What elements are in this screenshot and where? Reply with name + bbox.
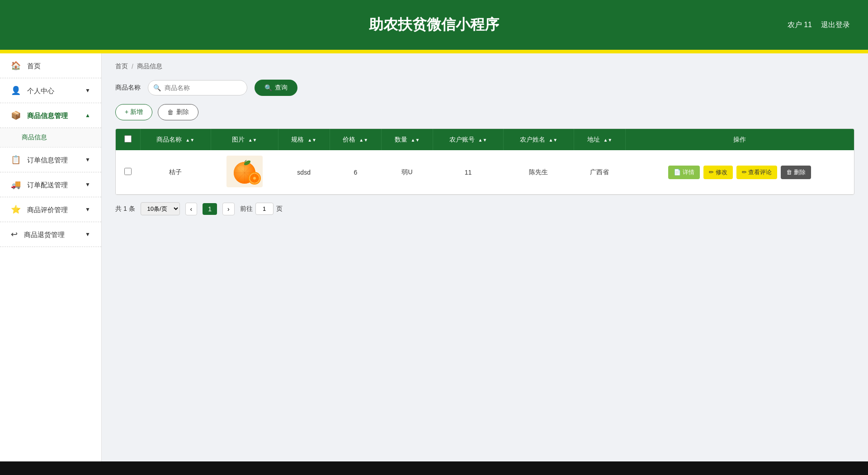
sidebar-item-home[interactable]: 🏠 首页: [0, 53, 101, 78]
add-button-label: + 新增: [125, 108, 143, 116]
col-quantity: 数量 ▲▼: [381, 129, 433, 150]
row-image-cell: [211, 150, 278, 195]
row-checkbox-cell[interactable]: [116, 150, 140, 195]
sort-icon-image[interactable]: ▲▼: [248, 138, 257, 142]
svg-point-7: [237, 166, 245, 171]
goto-wrap: 前往 页: [240, 203, 283, 215]
sidebar: 🏠 首页 👤 个人中心 ▼ 📦 商品信息管理 ▲ 商品信息: [0, 53, 102, 461]
goto-label: 前往: [240, 205, 253, 213]
breadcrumb-current: 商品信息: [137, 62, 162, 71]
col-price-label: 价格: [343, 136, 355, 143]
batch-delete-label: 删除: [176, 108, 189, 116]
sidebar-product-mgmt-label: 商品信息管理: [27, 112, 68, 119]
row-checkbox[interactable]: [124, 168, 132, 175]
chevron-down-icon-3: ▼: [85, 181, 90, 188]
row-price: 6: [330, 150, 381, 195]
header-accent-bar: [0, 50, 868, 53]
product-table-container: 商品名称 ▲▼ 图片 ▲▼ 规格 ▲▼ 价格 ▲: [115, 128, 854, 195]
breadcrumb-home[interactable]: 首页: [115, 62, 128, 71]
search-icon: 🔍: [153, 84, 161, 91]
breadcrumb: 首页 / 商品信息: [115, 62, 854, 71]
batch-delete-button[interactable]: 🗑 删除: [158, 104, 198, 120]
row-name: 桔子: [140, 150, 211, 195]
detail-button[interactable]: 📄 详情: [668, 166, 700, 179]
sort-icon-farmer-id[interactable]: ▲▼: [478, 138, 487, 142]
sidebar-item-order-mgmt[interactable]: 📋 订单信息管理 ▼: [0, 147, 101, 172]
review-icon-btn: ✏: [742, 169, 747, 176]
row-delete-button[interactable]: 🗑 删除: [781, 166, 811, 179]
detail-label: 详情: [683, 169, 694, 176]
add-button[interactable]: + 新增: [115, 104, 152, 120]
col-checkbox[interactable]: [116, 129, 140, 150]
sidebar-personal-label: 个人中心: [27, 87, 54, 95]
detail-icon: 📄: [674, 169, 681, 176]
search-label: 商品名称: [115, 84, 141, 92]
delivery-icon: 🚚: [11, 180, 21, 189]
col-price: 价格 ▲▼: [330, 129, 381, 150]
sidebar-item-order-delivery[interactable]: 🚚 订单配送管理 ▼: [0, 172, 101, 197]
row-delete-icon: 🗑: [786, 169, 792, 176]
select-all-checkbox[interactable]: [124, 135, 132, 142]
search-btn-icon: 🔍: [264, 84, 272, 91]
col-image-label: 图片: [232, 136, 245, 143]
search-btn-label: 查询: [275, 84, 288, 92]
row-spec: sdsd: [278, 150, 330, 195]
main-content: 首页 / 商品信息 商品名称 🔍 🔍 查询 + 新增 🗑 删除: [102, 53, 868, 461]
sidebar-sub-product-info[interactable]: 商品信息: [0, 128, 101, 147]
logout-button[interactable]: 退出登录: [821, 20, 850, 30]
sort-icon-price[interactable]: ▲▼: [359, 138, 368, 142]
prev-page-button[interactable]: ‹: [185, 203, 198, 215]
sidebar-order-delivery-label: 订单配送管理: [27, 181, 68, 189]
goto-input[interactable]: [255, 203, 274, 215]
search-button[interactable]: 🔍 查询: [255, 80, 297, 96]
sidebar-item-personal[interactable]: 👤 个人中心 ▼: [0, 78, 101, 103]
col-spec: 规格 ▲▼: [278, 129, 330, 150]
sort-icon-name[interactable]: ▲▼: [185, 138, 194, 142]
search-bar: 商品名称 🔍 🔍 查询: [115, 80, 854, 96]
product-icon: 📦: [11, 111, 21, 120]
sort-icon-quantity[interactable]: ▲▼: [411, 138, 420, 142]
header-title: 助农扶贫微信小程序: [369, 15, 499, 35]
sort-icon-farmer-name[interactable]: ▲▼: [548, 138, 557, 142]
col-address-label: 地址: [587, 136, 600, 143]
chevron-down-icon-4: ▼: [85, 206, 90, 213]
delete-icon: 🗑: [167, 109, 174, 116]
sidebar-item-product-review[interactable]: ⭐ 商品评价管理 ▼: [0, 197, 101, 222]
search-input-wrap: 🔍: [148, 80, 247, 95]
product-table: 商品名称 ▲▼ 图片 ▲▼ 规格 ▲▼ 价格 ▲: [116, 129, 854, 195]
search-input[interactable]: [148, 80, 247, 95]
sidebar-product-return-label: 商品退货管理: [24, 231, 65, 238]
breadcrumb-separator: /: [132, 63, 133, 70]
next-page-button[interactable]: ›: [222, 203, 235, 215]
action-bar: + 新增 🗑 删除: [115, 104, 854, 120]
col-spec-label: 规格: [291, 136, 304, 143]
sidebar-item-product-return[interactable]: ↩ 商品退货管理 ▼: [0, 222, 101, 247]
col-actions: 操作: [625, 129, 854, 150]
col-farmer-id-label: 农户账号: [449, 136, 475, 143]
col-farmer-name: 农户姓名 ▲▼: [503, 129, 574, 150]
row-image: [226, 156, 263, 187]
sidebar-product-review-label: 商品评价管理: [27, 206, 68, 214]
page-size-select[interactable]: 10条/页 20条/页 50条/页: [141, 202, 180, 215]
review-icon: ⭐: [11, 205, 21, 214]
sort-icon-spec[interactable]: ▲▼: [307, 138, 316, 142]
row-actions-cell: 📄 详情 ✏ 修改 ✏ 查看评论: [625, 150, 854, 195]
sort-icon-address[interactable]: ▲▼: [603, 138, 612, 142]
current-page[interactable]: 1: [203, 203, 217, 215]
header: 助农扶贫微信小程序 农户 11 退出登录: [0, 0, 868, 50]
col-image: 图片 ▲▼: [211, 129, 278, 150]
home-icon: 🏠: [11, 61, 21, 70]
col-farmer-id: 农户账号 ▲▼: [433, 129, 504, 150]
chevron-down-icon-5: ▼: [85, 231, 90, 238]
edit-button[interactable]: ✏ 修改: [703, 166, 733, 179]
sidebar-item-product-mgmt[interactable]: 📦 商品信息管理 ▲: [0, 103, 101, 128]
return-icon: ↩: [11, 230, 18, 239]
row-address: 广西省: [574, 150, 625, 195]
header-user-area: 农户 11 退出登录: [788, 20, 850, 30]
col-actions-label: 操作: [733, 136, 746, 143]
view-reviews-button[interactable]: ✏ 查看评论: [736, 166, 778, 179]
row-farmer-id: 11: [433, 150, 504, 195]
footer: [0, 461, 868, 475]
row-farmer-name: 陈先生: [503, 150, 574, 195]
page-unit: 页: [276, 205, 283, 213]
